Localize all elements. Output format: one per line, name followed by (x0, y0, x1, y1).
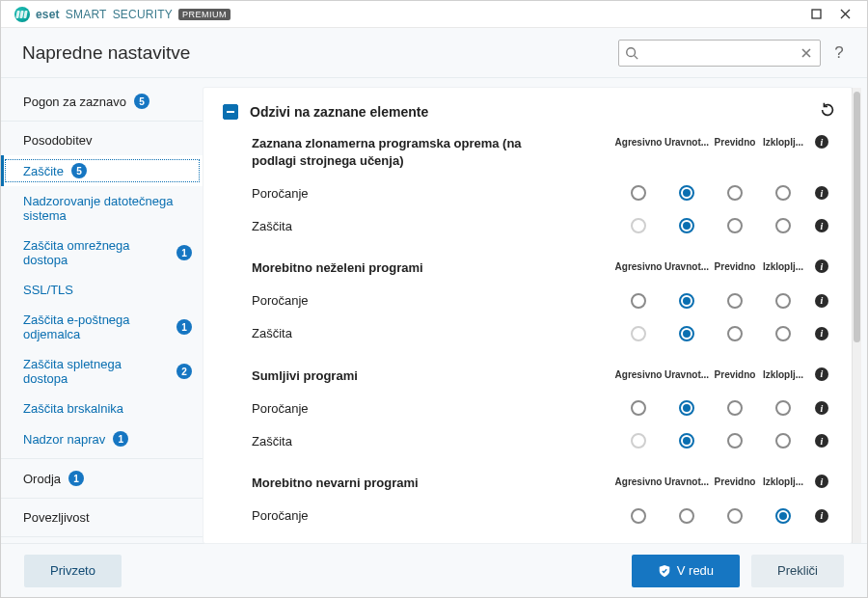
radio-cell (711, 185, 759, 201)
sidebar-item-0[interactable]: Pogon za zaznavo5 (1, 86, 203, 117)
radio-option-0[interactable] (631, 293, 646, 309)
sidebar-item-count-badge: 1 (176, 319, 192, 335)
radio-option-2[interactable] (727, 218, 743, 233)
radio-option-3[interactable] (775, 185, 791, 201)
radio-group (614, 400, 807, 416)
sidebar-item-8[interactable]: Zaščita brskalnika (1, 394, 203, 423)
radio-cell (663, 433, 711, 448)
search-input[interactable] (644, 46, 797, 60)
window-maximize-button[interactable] (801, 4, 830, 25)
radio-cell (759, 218, 807, 233)
cancel-button[interactable]: Prekliči (751, 555, 844, 587)
radio-option-1[interactable] (679, 400, 694, 416)
row-label: Poročanje (252, 508, 541, 523)
radio-option-1[interactable] (679, 433, 694, 448)
window-close-button[interactable] (830, 4, 859, 25)
radio-cell (663, 508, 711, 524)
sidebar-item-10[interactable]: Orodja1 (1, 463, 203, 494)
row-info[interactable]: i (807, 509, 836, 523)
row-info[interactable]: i (807, 434, 836, 448)
group-info[interactable]: i (807, 135, 836, 149)
radio-option-3[interactable] (775, 326, 791, 341)
default-button[interactable]: Privzeto (24, 555, 122, 587)
radio-option-2[interactable] (727, 293, 743, 309)
settings-group-2: Sumljivi programiAgresivnoUravnot...Prev… (252, 367, 836, 458)
search-box[interactable] (618, 40, 821, 67)
radio-option-2[interactable] (727, 185, 743, 201)
sidebar-item-6[interactable]: Zaščita e-poštnega odjemalca1 (1, 305, 203, 349)
settings-row-1: Zaščitai (252, 424, 836, 457)
radio-cell (614, 218, 663, 233)
settings-row-0: Poročanjei (252, 177, 836, 209)
column-headers: AgresivnoUravnot...PrevidnoIzkloplj... (614, 367, 807, 380)
row-info[interactable]: i (807, 294, 836, 308)
radio-option-0[interactable] (631, 185, 646, 201)
row-info[interactable]: i (807, 401, 836, 415)
sidebar-item-label: Povezljivost (23, 510, 90, 525)
radio-option-3[interactable] (775, 400, 791, 416)
undo-button[interactable] (819, 101, 836, 122)
group-info[interactable]: i (807, 475, 836, 488)
sidebar-item-11[interactable]: Povezljivost (1, 503, 203, 532)
radio-option-3[interactable] (775, 508, 791, 524)
group-info[interactable]: i (807, 367, 836, 381)
radio-option-3[interactable] (775, 218, 791, 233)
radio-option-1[interactable] (679, 326, 694, 341)
sidebar-item-5[interactable]: SSL/TLS (1, 275, 203, 305)
radio-cell (614, 508, 663, 524)
radio-option-2[interactable] (727, 326, 743, 341)
radio-option-3[interactable] (775, 433, 791, 448)
radio-option-1[interactable] (679, 185, 694, 201)
radio-cell (663, 400, 711, 416)
column-header-0: Agresivno (614, 259, 663, 272)
radio-cell (711, 326, 759, 341)
group-header: Morebitno neželeni programiAgresivnoUrav… (252, 259, 836, 277)
row-info[interactable]: i (807, 219, 836, 232)
row-info[interactable]: i (807, 327, 836, 340)
sidebar-item-label: Zaščite (23, 164, 64, 178)
radio-group (614, 326, 807, 341)
sidebar-item-count-badge: 2 (176, 364, 192, 379)
radio-group (614, 185, 807, 201)
search-clear-button[interactable] (797, 43, 816, 63)
radio-group (614, 508, 807, 524)
ok-button[interactable]: V redu (632, 555, 740, 587)
radio-option-2[interactable] (727, 400, 743, 416)
radio-option-0[interactable] (631, 508, 646, 524)
radio-group (614, 433, 807, 448)
radio-option-2[interactable] (727, 433, 743, 448)
sidebar-item-count-badge: 1 (113, 431, 128, 447)
sidebar-item-label: Zaščita spletnega dostopa (23, 357, 169, 386)
sidebar-item-9[interactable]: Nadzor naprav1 (1, 423, 203, 454)
radio-cell (759, 508, 807, 524)
group-info[interactable]: i (807, 259, 836, 273)
radio-option-2[interactable] (727, 508, 743, 524)
radio-option-1[interactable] (679, 293, 694, 309)
row-info[interactable]: i (807, 186, 836, 200)
radio-cell (663, 218, 711, 233)
group-title: Morebitno nevarni programi (252, 475, 419, 492)
radio-cell (614, 400, 663, 416)
sidebar-item-1[interactable]: Posodobitev (1, 125, 203, 155)
scrollbar-thumb[interactable] (854, 92, 860, 342)
sidebar-item-7[interactable]: Zaščita spletnega dostopa2 (1, 349, 203, 394)
sidebar-item-2[interactable]: Zaščite5 (1, 155, 203, 186)
help-button[interactable]: ? (827, 43, 852, 63)
scrollbar[interactable] (852, 88, 861, 543)
sidebar-item-3[interactable]: Nadzorovanje datotečnega sistema (1, 186, 203, 231)
group-title: Morebitno neželeni programi (252, 259, 423, 277)
radio-cell (759, 400, 807, 416)
radio-option-0[interactable] (631, 400, 646, 416)
sidebar-item-label: Zaščita e-poštnega odjemalca (23, 313, 169, 341)
radio-option-3[interactable] (775, 293, 791, 309)
radio-option-1[interactable] (679, 218, 694, 233)
radio-option-1[interactable] (679, 508, 694, 524)
group-title: Sumljivi programi (252, 367, 358, 385)
sidebar-item-4[interactable]: Zaščita omrežnega dostopa1 (1, 231, 203, 275)
group-header: Sumljivi programiAgresivnoUravnot...Prev… (252, 367, 836, 385)
eset-logo-icon (14, 7, 30, 22)
collapse-toggle[interactable] (223, 104, 238, 120)
radio-group (614, 218, 807, 233)
group-header: Zaznana zlonamerna programska oprema (na… (252, 135, 836, 169)
sidebar-item-label: Posodobitev (23, 133, 93, 148)
